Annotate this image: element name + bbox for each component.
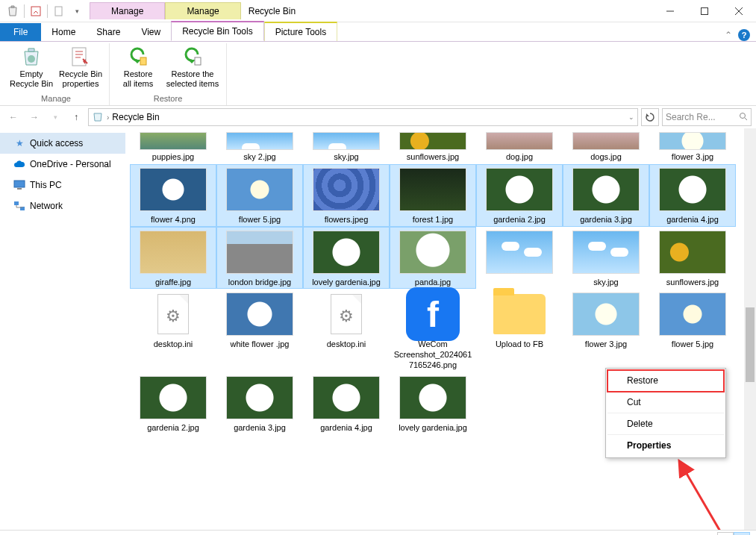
svg-rect-7	[195, 57, 201, 65]
file-item[interactable]: sky.jpg	[303, 130, 390, 164]
file-thumbnail	[224, 290, 296, 338]
address-box[interactable]: › Recycle Bin ⌄	[88, 108, 638, 126]
file-item[interactable]: gardenia 3.jpg	[563, 164, 649, 227]
file-item[interactable]: giraffe.jpg	[130, 227, 216, 290]
file-item[interactable]: puppies.jpg	[130, 130, 216, 164]
view-details-button[interactable]	[717, 532, 734, 535]
properties-icon	[69, 45, 93, 69]
help-icon[interactable]: ?	[738, 29, 750, 41]
nav-up-button[interactable]: ↑	[67, 108, 85, 126]
sidebar-item-quick-access[interactable]: ★ Quick access	[0, 133, 125, 154]
file-thumbnail	[570, 290, 642, 338]
view-icons-button[interactable]	[734, 532, 750, 535]
restore-all-items-button[interactable]: Restore all items	[114, 43, 162, 93]
svg-rect-10	[17, 188, 22, 190]
file-item[interactable]: flower 4.png	[130, 164, 216, 227]
file-item[interactable]: gardenia 2.jpg	[130, 372, 216, 435]
file-item[interactable]: white flower .jpg	[216, 289, 303, 372]
file-item[interactable]: desktop.ini	[130, 289, 216, 372]
svg-rect-11	[14, 201, 19, 205]
menu-item-delete[interactable]: Delete	[607, 413, 724, 435]
address-dropdown-icon[interactable]: ⌄	[628, 113, 634, 121]
search-box[interactable]: Search Re...	[662, 108, 752, 126]
file-item[interactable]: gardenia 4.jpg	[649, 164, 736, 227]
file-item[interactable]: .jpg	[476, 227, 563, 290]
file-item[interactable]: flower 3.jpg	[649, 130, 736, 164]
new-item-icon[interactable]	[51, 3, 67, 19]
recycle-bin-properties-button[interactable]: Recycle Bin properties	[57, 43, 104, 93]
svg-point-8	[740, 113, 746, 118]
tab-share[interactable]: Share	[86, 23, 131, 41]
file-item[interactable]: panda.jpg	[390, 227, 476, 290]
file-item[interactable]: sunflowers.jpg	[390, 130, 476, 164]
sidebar-item-network[interactable]: Network	[0, 195, 125, 216]
file-item[interactable]: Upload to FB	[476, 289, 563, 372]
file-item[interactable]: lovely gardenia.jpg	[303, 227, 390, 290]
scrollbar-thumb[interactable]	[746, 307, 755, 382]
file-thumbnail	[224, 374, 296, 422]
file-name: flower 4.png	[151, 215, 196, 225]
menu-item-properties[interactable]: Properties	[607, 435, 724, 456]
file-name: gardenia 4.jpg	[666, 215, 719, 225]
file-item[interactable]: dogs.jpg	[563, 130, 649, 164]
minimize-button[interactable]	[653, 0, 687, 22]
sidebar-item-onedrive[interactable]: OneDrive - Personal	[0, 154, 125, 175]
chevron-right-icon[interactable]: ›	[107, 113, 109, 122]
file-name: WeCom Screenshot_20240617165246.png	[392, 340, 474, 370]
file-item[interactable]: sunflowers.jpg	[649, 227, 736, 290]
context-tab-picture[interactable]: Manage	[165, 2, 240, 19]
tab-picture-tools[interactable]: Picture Tools	[264, 22, 337, 41]
sidebar-item-this-pc[interactable]: This PC	[0, 175, 125, 195]
file-name: forest 1.jpg	[413, 215, 453, 225]
file-item[interactable]: sky 2.jpg	[216, 130, 303, 164]
tab-home[interactable]: Home	[41, 23, 86, 41]
file-name: Upload to FB	[496, 340, 543, 350]
scrollbar-vertical[interactable]	[744, 128, 756, 530]
search-placeholder: Search Re...	[666, 112, 716, 122]
file-item[interactable]: flower 5.jpg	[216, 164, 303, 227]
file-item[interactable]: lovely gardenia.jpg	[390, 372, 476, 435]
collapse-ribbon-icon[interactable]: ⌃	[725, 30, 732, 40]
context-tab-recycle[interactable]: Manage	[90, 2, 165, 19]
file-item[interactable]: flowers.jpeg	[303, 164, 390, 227]
titlebar: ▾ Manage Manage Recycle Bin	[0, 0, 756, 22]
file-item[interactable]: forest 1.jpg	[390, 164, 476, 227]
maximize-button[interactable]	[687, 0, 722, 22]
file-item[interactable]: fWeCom Screenshot_20240617165246.png	[390, 289, 476, 372]
file-item[interactable]: flower 3.jpg	[563, 289, 649, 372]
file-item[interactable]: gardenia 4.jpg	[303, 372, 390, 435]
file-item[interactable]: sky.jpg	[563, 227, 649, 290]
file-item[interactable]: dog.jpg	[476, 130, 563, 164]
file-item[interactable]: gardenia 3.jpg	[216, 372, 303, 435]
svg-rect-1	[55, 7, 62, 16]
file-item[interactable]: gardenia 2.jpg	[476, 164, 563, 227]
restore-selected-items-button[interactable]: Restore the selected items	[163, 43, 222, 93]
file-name: desktop.ini	[327, 340, 366, 350]
qat-dropdown-icon[interactable]: ▾	[69, 3, 85, 19]
file-name: gardenia 3.jpg	[580, 215, 632, 225]
file-thumbnail	[310, 166, 382, 213]
file-thumbnail	[310, 131, 382, 151]
file-item[interactable]: desktop.ini	[303, 289, 390, 372]
nav-recent-dropdown[interactable]: ▾	[46, 108, 64, 126]
file-item[interactable]: london bridge.jpg	[216, 227, 303, 290]
file-thumbnail	[484, 166, 555, 213]
tab-view[interactable]: View	[131, 23, 171, 41]
tab-file[interactable]: File	[0, 23, 41, 41]
nav-back-button[interactable]: ←	[4, 108, 22, 126]
file-thumbnail	[657, 166, 728, 213]
file-name: sunflowers.jpg	[407, 152, 459, 163]
empty-recycle-bin-button[interactable]: Empty Recycle Bin	[7, 43, 55, 93]
tab-recycle-bin-tools[interactable]: Recycle Bin Tools	[171, 21, 264, 41]
close-button[interactable]	[722, 0, 756, 22]
refresh-button[interactable]	[641, 108, 659, 126]
file-list[interactable]: puppies.jpgsky 2.jpgsky.jpgsunflowers.jp…	[125, 128, 744, 530]
star-icon: ★	[13, 137, 25, 149]
nav-forward-button[interactable]: →	[25, 108, 43, 126]
properties-icon[interactable]	[28, 3, 44, 19]
file-name: flower 5.jpg	[239, 215, 281, 225]
file-item[interactable]: flower 5.jpg	[649, 289, 736, 372]
menu-item-cut[interactable]: Cut	[607, 392, 724, 413]
group-label-restore: Restore	[154, 93, 183, 105]
menu-item-restore[interactable]: Restore	[607, 370, 724, 392]
